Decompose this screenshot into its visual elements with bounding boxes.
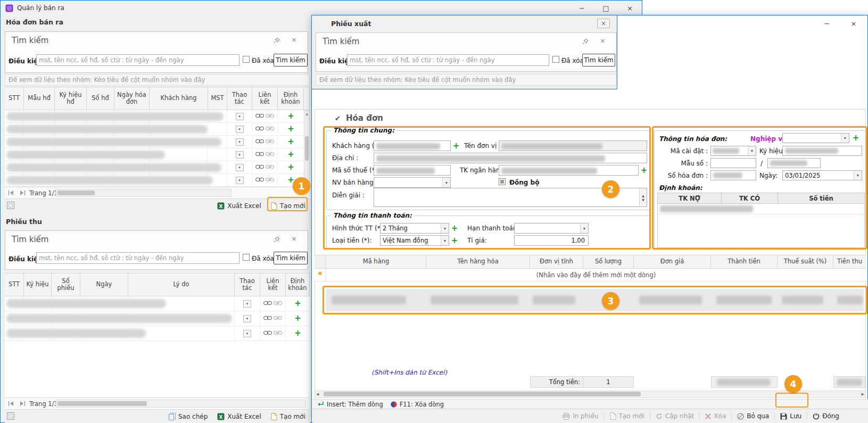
update-button[interactable]: Cập nhật [650,409,699,423]
first-page-button[interactable] [8,401,15,406]
column-header[interactable]: Ngày hóa đơn [114,87,150,110]
table-row[interactable]: ▾ + [5,136,304,148]
add-accounting-icon[interactable]: + [287,112,294,120]
export-pane-close-button[interactable]: × [597,19,610,28]
add-accounting-icon[interactable]: + [294,329,301,337]
bank-account-field[interactable] [499,165,639,176]
search-button[interactable]: Tìm kiếm [582,54,615,67]
column-header[interactable]: Đơn vị tính [530,255,583,269]
scroll-up-icon[interactable]: ▲ [305,112,308,115]
chevron-down-icon[interactable]: ▾ [442,178,450,187]
column-header[interactable]: STT [5,273,24,296]
add-accounting-icon[interactable]: + [287,138,294,146]
spin-down-icon[interactable]: ▼ [642,198,644,202]
unlink-icon[interactable] [274,300,282,308]
deleted-checkbox[interactable] [552,56,559,63]
add-accounting-icon[interactable]: + [294,314,301,322]
link-icon[interactable] [263,315,272,322]
export-excel-button[interactable]: XXuất Excel [217,202,261,210]
skip-button[interactable]: Bỏ qua [732,409,774,423]
unlink-icon[interactable] [266,177,274,184]
search-input[interactable] [347,54,549,66]
last-page-button[interactable] [19,401,26,406]
column-header[interactable]: Mẫu hđ [24,87,55,110]
column-header[interactable]: Thuế suất (%) [778,255,833,269]
sync-checkbox[interactable] [499,178,506,185]
row-action-dropdown[interactable]: ▾ [243,300,251,308]
link-icon[interactable] [255,151,264,159]
minimize-button[interactable]: − [570,1,594,15]
add-accounting-icon[interactable]: + [294,300,301,308]
business-type-dropdown[interactable]: ▾ [782,133,849,143]
customer-field[interactable] [374,140,451,151]
table-row[interactable]: ▾ + [5,110,304,123]
column-header[interactable]: Liên kết [252,87,278,110]
table-row[interactable]: ▾ + [5,296,310,311]
close-dialog-button[interactable]: Đóng [807,409,845,423]
unlink-icon[interactable] [274,315,282,322]
dialog-close-button[interactable]: × [845,17,863,30]
column-header[interactable]: STT [5,87,24,110]
link-icon[interactable] [255,138,264,146]
row-action-dropdown[interactable]: ▾ [236,151,244,159]
fit-view-icon[interactable] [7,202,14,209]
table-row[interactable]: ▾ + [5,326,310,341]
setting-code-dropdown[interactable]: ▾ [710,146,756,156]
chevron-down-icon[interactable]: ▾ [580,223,588,233]
add-bank-account-button[interactable]: + [640,165,648,175]
chevron-down-icon[interactable]: ▾ [854,171,862,180]
unit-name-field[interactable] [499,140,647,151]
search-input[interactable] [36,252,239,264]
column-header[interactable]: MST [208,87,227,110]
row-action-dropdown[interactable]: ▾ [236,126,244,133]
add-accounting-icon[interactable]: + [287,151,294,159]
maximize-button[interactable]: □ [594,1,618,15]
delete-button[interactable]: Xóa [700,409,731,423]
unlink-icon[interactable] [266,138,274,146]
column-header[interactable]: Khách hàng [150,87,208,110]
dialog-minimize-button[interactable]: − [818,17,836,30]
column-header[interactable]: Liên kết [260,273,286,296]
new-row[interactable]: * (Nhấn vào đây để thêm mới một dòng) [315,269,866,281]
column-header[interactable]: Thành tiền [711,255,778,269]
column-header[interactable]: Tên hàng hóa [426,255,530,269]
copy-button[interactable]: Sao chép [169,413,208,420]
add-payment-method-button[interactable]: + [450,223,459,233]
row-action-dropdown[interactable]: ▾ [236,113,244,120]
column-header[interactable]: Thao tác [235,273,260,296]
vertical-scrollbar[interactable]: ▲ ▼ [304,110,310,187]
column-header[interactable]: Lý do [128,273,235,296]
date-field[interactable]: 03/01/2025▾ [782,170,862,180]
export-excel-button[interactable]: XXuất Excel [217,413,261,420]
unlink-icon[interactable] [266,126,274,133]
seller-dropdown[interactable]: ▾ [374,177,451,188]
serial-field[interactable] [782,146,862,156]
horizontal-scrollbar[interactable] [56,400,306,408]
column-header[interactable]: Số lượng [583,255,634,269]
unlink-icon[interactable] [274,330,282,337]
table-row[interactable]: ▾ + [5,174,304,187]
panel-close-icon[interactable]: × [600,37,606,45]
item-row[interactable] [326,289,864,311]
first-page-button[interactable] [8,190,15,195]
search-button[interactable]: Tìm kiếm [274,54,308,67]
unlink-icon[interactable] [266,113,274,120]
add-customer-button[interactable]: + [452,141,460,151]
pin-icon[interactable] [274,37,280,45]
link-icon[interactable] [255,113,264,120]
print-button[interactable]: In phiếu [557,409,604,423]
add-currency-button[interactable]: + [450,236,459,245]
add-business-type-button[interactable]: + [852,133,860,143]
spin-up-icon[interactable]: ▲ [642,194,644,197]
row-action-dropdown[interactable]: ▾ [236,138,244,146]
create-new-button[interactable]: Tạo mới [271,413,305,420]
deleted-checkbox[interactable] [243,56,250,63]
column-header[interactable]: Số hđ [87,87,114,110]
unlink-icon[interactable] [266,151,274,159]
chevron-down-icon[interactable]: ▾ [441,236,449,245]
form-symbol-field[interactable] [767,158,821,168]
chevron-down-icon[interactable]: ▾ [441,223,449,233]
panel-close-icon[interactable]: × [291,36,297,44]
link-icon[interactable] [255,126,264,133]
due-date-dropdown[interactable]: ▾ [514,223,589,234]
